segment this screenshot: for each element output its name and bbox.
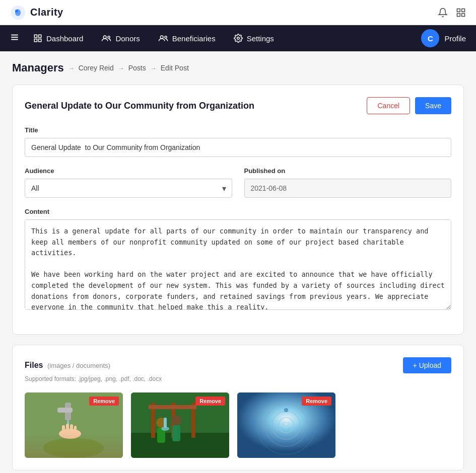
files-header: Files (images / documents) + Upload [25, 357, 451, 373]
nav-donors-label: Donors [115, 34, 140, 43]
audience-label: Audience [25, 167, 232, 175]
svg-point-16 [165, 36, 167, 38]
notification-button[interactable] [438, 8, 448, 18]
logo-area: Clarity [10, 5, 63, 21]
content-label: Content [25, 208, 451, 215]
audience-select-wrapper: All Donors Beneficiaries ▾ [25, 179, 232, 198]
save-button[interactable]: Save [415, 97, 451, 114]
svg-rect-12 [39, 39, 41, 42]
files-title: Files [25, 361, 43, 369]
published-input [244, 179, 452, 198]
breadcrumb-sep-3: → [150, 64, 157, 72]
settings-icon [234, 34, 243, 43]
avatar: C [421, 29, 439, 47]
audience-select[interactable]: All Donors Beneficiaries [25, 179, 232, 198]
nav-bar: Dashboard Donors Beneficiaries Settings [0, 25, 476, 51]
nav-beneficiaries-label: Beneficiaries [172, 34, 216, 43]
svg-point-13 [104, 36, 107, 39]
svg-point-40 [161, 427, 169, 431]
upload-button[interactable]: + Upload [403, 357, 451, 373]
image-grid: Remove [25, 392, 451, 458]
svg-point-48 [284, 408, 288, 412]
form-card: General Update to Our Community from Org… [12, 85, 464, 335]
svg-point-37 [171, 415, 181, 425]
donors-icon [101, 34, 111, 43]
content-textarea[interactable]: This is a general update for all parts o… [25, 219, 451, 310]
nav-item-settings[interactable]: Settings [226, 30, 282, 47]
breadcrumb: Managers → Corey Reid → Posts → Edit Pos… [12, 61, 464, 74]
breadcrumb-sep-1: → [68, 64, 75, 72]
files-subtitle: (images / documents) [47, 362, 110, 369]
files-title-area: Files (images / documents) [25, 361, 110, 370]
nav-dashboard-label: Dashboard [46, 34, 83, 43]
title-group: Title [25, 126, 451, 157]
svg-rect-34 [149, 405, 196, 409]
published-label: Published on [244, 167, 452, 175]
content-group: Content This is a general update for all… [25, 208, 451, 312]
nav-item-dashboard[interactable]: Dashboard [25, 30, 91, 47]
svg-rect-4 [457, 13, 460, 16]
audience-col: Audience All Donors Beneficiaries ▾ [25, 167, 232, 198]
hamburger-icon[interactable] [10, 33, 19, 44]
svg-rect-26 [66, 424, 69, 432]
svg-rect-27 [70, 424, 73, 432]
beneficiaries-icon [158, 34, 168, 43]
breadcrumb-root: Managers [12, 61, 64, 74]
top-icons [438, 8, 466, 18]
remove-button-2[interactable]: Remove [195, 397, 225, 406]
svg-rect-11 [34, 39, 37, 42]
breadcrumb-posts[interactable]: Posts [128, 64, 146, 72]
svg-rect-21 [57, 408, 73, 413]
svg-rect-25 [62, 425, 65, 432]
svg-rect-28 [74, 426, 77, 432]
nav-item-beneficiaries[interactable]: Beneficiaries [150, 30, 224, 47]
remove-button-3[interactable]: Remove [302, 397, 331, 406]
cancel-button[interactable]: Cancel [367, 97, 410, 114]
grid-icon [456, 8, 466, 18]
published-col: Published on [244, 167, 452, 198]
svg-point-15 [160, 36, 163, 39]
title-label: Title [25, 126, 451, 134]
svg-point-19 [43, 438, 104, 458]
remove-button-1[interactable]: Remove [89, 397, 119, 406]
image-item-3: Remove [237, 392, 335, 458]
breadcrumb-edit-post: Edit Post [161, 64, 189, 72]
card-title: General Update to Our Community from Org… [25, 101, 254, 111]
audience-published-row: Audience All Donors Beneficiaries ▾ Publ… [25, 167, 451, 198]
nav-item-donors[interactable]: Donors [93, 30, 148, 47]
profile-area[interactable]: C Profile [421, 29, 466, 47]
nav-settings-label: Settings [247, 34, 274, 43]
title-input[interactable] [25, 138, 451, 157]
svg-point-49 [285, 423, 288, 425]
files-card: Files (images / documents) + Upload Supp… [12, 345, 464, 470]
svg-rect-5 [462, 13, 465, 16]
page-content: Managers → Corey Reid → Posts → Edit Pos… [0, 51, 476, 473]
action-buttons: Cancel Save [367, 97, 451, 114]
bell-icon [438, 8, 448, 18]
svg-point-17 [237, 37, 239, 40]
profile-label: Profile [444, 34, 466, 43]
top-bar: Clarity [0, 0, 476, 25]
logo-text: Clarity [30, 7, 63, 18]
svg-rect-38 [172, 425, 180, 441]
breadcrumb-sep-2: → [118, 64, 124, 72]
image-item-2: Remove [131, 392, 229, 458]
svg-point-1 [15, 10, 18, 13]
breadcrumb-corey[interactable]: Corey Reid [79, 64, 114, 72]
svg-rect-39 [164, 418, 167, 428]
svg-rect-2 [457, 9, 460, 12]
clarity-logo-icon [10, 5, 26, 21]
svg-rect-9 [34, 35, 37, 37]
image-item-1: Remove [25, 392, 123, 458]
svg-rect-3 [462, 9, 465, 12]
svg-rect-10 [39, 35, 41, 37]
svg-point-14 [108, 36, 110, 38]
card-header: General Update to Our Community from Org… [25, 97, 451, 114]
dashboard-icon [33, 34, 42, 43]
grid-button[interactable] [456, 8, 466, 18]
nav-left: Dashboard Donors Beneficiaries Settings [10, 30, 282, 47]
files-formats: Supported formats: .jpg/jpeg, .png, .pdf… [25, 375, 451, 382]
